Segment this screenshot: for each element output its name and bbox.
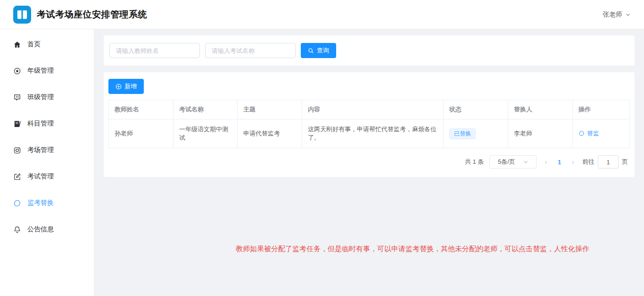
add-button-label: 新增	[124, 82, 137, 91]
page-number-1[interactable]: 1	[555, 159, 564, 166]
table-header-row: 教师姓名 考试名称 主题 内容 状态 替换人 操作	[109, 100, 630, 119]
sidebar-item-label: 年级管理	[27, 67, 54, 75]
substitute-action-button[interactable]: 替监	[578, 129, 599, 138]
substitute-action-label: 替监	[587, 129, 599, 138]
prev-page-button[interactable]: ‹	[542, 158, 549, 166]
app-header: 考试考场座位安排管理系统 张老师	[0, 0, 644, 29]
class-icon	[13, 93, 21, 101]
exam-name-input[interactable]	[205, 43, 296, 58]
teacher-name-input[interactable]	[109, 43, 200, 58]
column-header-content: 内容	[302, 100, 444, 119]
user-name: 张老师	[603, 10, 622, 19]
notice-bell-icon	[13, 226, 21, 234]
sidebar-item-label: 监考替换	[27, 199, 54, 207]
cell-content: 这两天刚好有事，申请帮忙代替监考，麻烦各位了。	[302, 119, 444, 148]
column-header-teacher: 教师姓名	[109, 100, 173, 119]
page-size-value: 5条/页	[498, 158, 515, 166]
page-size-select[interactable]: 5条/页	[489, 155, 537, 169]
sidebar-item-subject[interactable]: 科目管理	[0, 110, 94, 137]
pagination: 共 1 条 5条/页 ‹ 1 › 前往 页	[108, 155, 630, 169]
proctor-swap-icon	[13, 199, 21, 207]
sidebar-item-label: 考试管理	[27, 172, 54, 181]
sidebar-item-notice[interactable]: 公告信息	[0, 216, 94, 243]
sidebar-item-label: 考场管理	[27, 146, 54, 154]
sidebar-item-label: 首页	[27, 40, 41, 49]
status-badge: 已替换	[449, 128, 476, 139]
goto-page-suffix: 页	[622, 158, 628, 166]
column-header-topic: 主题	[238, 100, 302, 119]
user-menu[interactable]: 张老师	[603, 10, 631, 19]
sidebar-item-class[interactable]: 班级管理	[0, 84, 94, 110]
sidebar-item-proctor-swap[interactable]: 监考替换	[0, 190, 94, 216]
query-button-label: 查询	[317, 46, 329, 55]
exam-manage-icon	[13, 173, 21, 181]
sidebar-item-grade[interactable]: 年级管理	[0, 58, 94, 84]
main-content: 查询 新增 教师姓名 考试名称 主题 内容 状态 替换人 操作	[94, 29, 644, 296]
sidebar-item-home[interactable]: 首页	[0, 31, 94, 58]
goto-label: 前往	[582, 158, 594, 166]
app-title: 考试考场座位安排管理系统	[37, 8, 147, 21]
cell-teacher: 孙老师	[109, 119, 173, 148]
cell-status: 已替换	[444, 119, 508, 148]
cell-exam: 一年级语文期中测试	[173, 119, 238, 148]
cell-operation: 替监	[573, 119, 630, 148]
chevron-down-icon	[523, 159, 528, 165]
substitution-table: 教师姓名 考试名称 主题 内容 状态 替换人 操作 孙老师 一年级语文期中测试 …	[108, 100, 630, 148]
next-page-button[interactable]: ›	[570, 158, 577, 166]
app-logo-book-icon	[13, 6, 31, 24]
column-header-substitute: 替换人	[508, 100, 573, 119]
table-row: 孙老师 一年级语文期中测试 申请代替监考 这两天刚好有事，申请帮忙代替监考，麻烦…	[109, 119, 630, 148]
column-header-status: 状态	[444, 100, 508, 119]
sidebar-item-exam-room[interactable]: 考场管理	[0, 137, 94, 163]
exam-room-icon	[13, 146, 21, 154]
sidebar-item-label: 班级管理	[27, 93, 54, 101]
search-icon	[308, 48, 314, 54]
column-header-operation: 操作	[573, 100, 630, 119]
proctor-swap-icon	[578, 130, 585, 136]
table-panel: 新增 教师姓名 考试名称 主题 内容 状态 替换人 操作 孙老师 一年级语文期中…	[104, 72, 635, 177]
sidebar-item-exam-manage[interactable]: 考试管理	[0, 163, 94, 190]
cell-substitute: 李老师	[508, 119, 573, 148]
add-button[interactable]: 新增	[108, 79, 144, 94]
subject-icon	[13, 120, 21, 128]
chevron-down-icon	[625, 12, 631, 17]
total-count: 共 1 条	[465, 158, 484, 166]
cell-topic: 申请代替监考	[238, 119, 302, 148]
plus-circle-icon	[116, 84, 122, 90]
annotation-text: 教师如果被分配了监考任务，但是临时有事，可以申请监考替换，其他未分配的老师，可以…	[236, 244, 627, 254]
sidebar-item-label: 公告信息	[27, 225, 54, 234]
home-icon	[13, 41, 21, 49]
column-header-exam: 考试名称	[173, 100, 238, 119]
search-panel: 查询	[104, 35, 635, 66]
sidebar: 首页 年级管理 班级管理 科目管理 考场管理 考试管理 监考替换	[0, 29, 94, 296]
query-button[interactable]: 查询	[301, 43, 336, 58]
goto-page-input[interactable]	[598, 155, 619, 169]
grade-icon	[13, 67, 21, 75]
sidebar-item-label: 科目管理	[27, 119, 54, 128]
